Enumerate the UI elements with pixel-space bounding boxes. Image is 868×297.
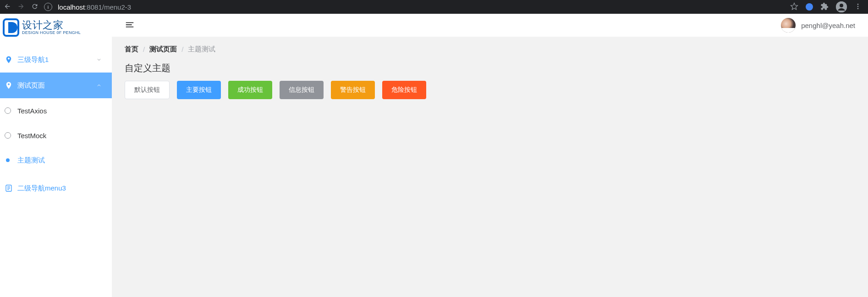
extension-icon[interactable] (806, 3, 813, 11)
svg-point-3 (857, 6, 859, 7)
topbar: penghl@yeah.net (112, 14, 868, 37)
chevron-down-icon (96, 57, 103, 62)
sidebar-group-menu3[interactable]: 二级导航menu3 (0, 175, 112, 201)
logo-en-text: DESIGN HOUSE 0F PENGHL (22, 31, 81, 35)
location-pin-icon (5, 56, 14, 64)
browser-menu-icon[interactable] (854, 3, 862, 11)
warning-button[interactable]: 警告按钮 (331, 81, 375, 99)
location-pin-icon (5, 81, 14, 90)
content-area: 首页 / 测试页面 / 主题测试 自定义主题 默认按钮 主要按钮 成功按钮 信息… (112, 37, 868, 297)
main-wrap: penghl@yeah.net 首页 / 测试页面 / 主题测试 自定义主题 默… (112, 14, 868, 297)
info-button[interactable]: 信息按钮 (280, 81, 324, 99)
circle-icon (5, 107, 11, 114)
breadcrumb-sep: / (143, 45, 145, 53)
breadcrumb-sep: / (181, 45, 183, 53)
default-button[interactable]: 默认按钮 (125, 81, 170, 99)
sidebar-item-testaxios[interactable]: TestAxios (0, 98, 112, 123)
sidebar-item-testmock[interactable]: TestMock (0, 123, 112, 148)
url-rest: :8081/menu2-3 (85, 3, 131, 11)
sidebar-item-label: TestAxios (17, 107, 47, 115)
sidebar-item-themetest[interactable]: 主题测试 (0, 148, 112, 173)
site-info-icon[interactable]: i (44, 3, 52, 11)
url-text: localhost:8081/menu2-3 (58, 3, 131, 11)
breadcrumb-home[interactable]: 首页 (125, 45, 138, 54)
sidebar: 设计之家 DESIGN HOUSE 0F PENGHL 三级导航1 测 (0, 14, 112, 297)
sidebar-nav: 三级导航1 测试页面 TestAxios (0, 41, 112, 201)
dot-icon (6, 158, 10, 162)
success-button[interactable]: 成功按钮 (228, 81, 272, 99)
browser-back-icon[interactable] (4, 3, 11, 11)
browser-profile-icon[interactable] (836, 1, 847, 12)
svg-point-2 (857, 4, 859, 5)
browser-chrome: i localhost:8081/menu2-3 (0, 0, 868, 14)
browser-nav-controls (4, 3, 38, 11)
bookmark-star-icon[interactable] (790, 2, 798, 12)
page-title: 自定义主题 (112, 59, 868, 76)
browser-reload-icon[interactable] (31, 3, 38, 11)
logo-d-icon (3, 18, 19, 37)
sidebar-group-label: 测试页面 (17, 81, 96, 90)
svg-point-1 (840, 4, 843, 7)
browser-forward-icon[interactable] (17, 3, 25, 11)
danger-button[interactable]: 危险按钮 (382, 81, 426, 99)
app-root: 设计之家 DESIGN HOUSE 0F PENGHL 三级导航1 测 (0, 14, 868, 297)
browser-right-controls (790, 1, 864, 12)
chevron-up-icon (96, 83, 103, 88)
logo-cn-text: 设计之家 (22, 20, 81, 31)
sidebar-group-label: 二级导航menu3 (17, 184, 103, 193)
breadcrumb: 首页 / 测试页面 / 主题测试 (112, 37, 868, 59)
sidebar-item-label: 主题测试 (17, 156, 45, 165)
document-icon (5, 184, 14, 192)
sidebar-item-label: TestMock (17, 132, 46, 140)
button-row: 默认按钮 主要按钮 成功按钮 信息按钮 警告按钮 危险按钮 (112, 76, 868, 99)
user-section[interactable]: penghl@yeah.net (781, 18, 855, 33)
breadcrumb-testpage[interactable]: 测试页面 (149, 45, 177, 54)
breadcrumb-current: 主题测试 (188, 45, 215, 54)
logo-text: 设计之家 DESIGN HOUSE 0F PENGHL (22, 20, 81, 35)
avatar[interactable] (781, 18, 796, 33)
username-text: penghl@yeah.net (801, 22, 855, 29)
sidebar-group-label: 三级导航1 (17, 56, 96, 64)
browser-address-bar[interactable]: i localhost:8081/menu2-3 (44, 3, 790, 11)
svg-point-4 (857, 8, 859, 9)
hamburger-icon[interactable] (125, 20, 135, 31)
primary-button[interactable]: 主要按钮 (177, 81, 221, 99)
url-host: localhost (58, 3, 85, 11)
sidebar-group-testpage[interactable]: 测试页面 (0, 73, 112, 98)
sidebar-group-nav1[interactable]: 三级导航1 (0, 47, 112, 73)
logo-section[interactable]: 设计之家 DESIGN HOUSE 0F PENGHL (0, 14, 112, 41)
extensions-puzzle-icon[interactable] (820, 2, 829, 12)
circle-icon (5, 132, 11, 139)
